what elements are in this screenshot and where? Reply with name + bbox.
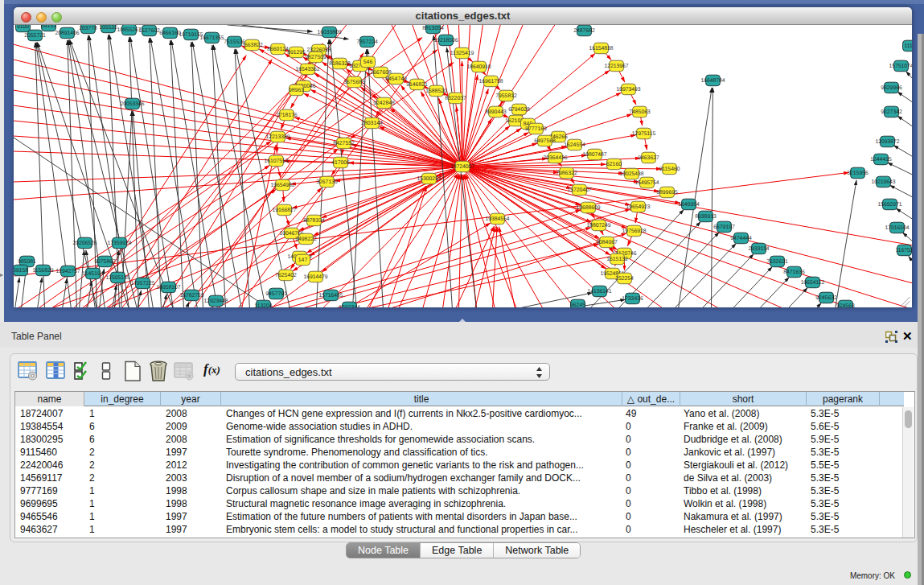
svg-text:113204: 113204 [254, 303, 272, 307]
svg-text:7955812: 7955812 [495, 93, 517, 99]
svg-text:18724007: 18724007 [450, 164, 474, 170]
svg-text:19218506: 19218506 [433, 38, 458, 43]
svg-text:16648784: 16648784 [700, 78, 725, 84]
svg-text:252254: 252254 [615, 276, 634, 282]
svg-text:8878334: 8878334 [303, 218, 325, 224]
svg-text:19756928: 19756928 [622, 229, 646, 234]
svg-text:8471636: 8471636 [783, 270, 805, 275]
svg-text:15300293: 15300293 [417, 176, 441, 182]
svg-text:20206526: 20206526 [72, 241, 97, 246]
svg-text:10210643: 10210643 [871, 179, 895, 185]
svg-text:12093872: 12093872 [875, 139, 899, 145]
svg-text:7632621: 7632621 [766, 259, 788, 265]
svg-text:9227342: 9227342 [881, 109, 902, 115]
svg-text:1244415: 1244415 [870, 157, 892, 163]
svg-text:15720407: 15720407 [567, 187, 591, 193]
svg-text:10855267: 10855267 [117, 27, 141, 33]
svg-text:18640910: 18640910 [466, 64, 491, 70]
svg-text:7485063: 7485063 [629, 109, 651, 115]
svg-text:16914479: 16914479 [303, 274, 327, 280]
svg-text:2487682: 2487682 [573, 28, 595, 34]
svg-text:9329966: 9329966 [881, 85, 902, 91]
svg-text:9463627: 9463627 [638, 155, 659, 161]
svg-text:15751074: 15751074 [889, 64, 912, 69]
svg-text:1112: 1112 [904, 43, 912, 49]
svg-text:17359924: 17359924 [107, 241, 131, 246]
svg-text:1527602: 1527602 [138, 28, 160, 34]
svg-text:147: 147 [298, 257, 308, 263]
svg-text:10654112: 10654112 [801, 280, 825, 286]
svg-text:8660124: 8660124 [267, 47, 289, 52]
svg-text:16671355: 16671355 [199, 35, 224, 41]
svg-text:985081: 985081 [18, 259, 36, 265]
svg-text:9474444: 9474444 [730, 236, 752, 241]
svg-text:1145194: 1145194 [83, 271, 104, 277]
svg-text:20364436: 20364436 [543, 155, 567, 161]
svg-text:9827509: 9827509 [305, 55, 326, 60]
svg-text:6899695: 6899695 [656, 190, 678, 196]
svg-text:9975867: 9975867 [94, 259, 116, 265]
svg-text:9242848: 9242848 [373, 101, 395, 106]
svg-text:20891406: 20891406 [55, 31, 79, 36]
svg-text:7986322: 7986322 [556, 171, 577, 176]
svg-text:924563: 924563 [836, 303, 855, 307]
svg-text:7625402: 7625402 [275, 273, 297, 278]
svg-text:10958107: 10958107 [156, 285, 180, 290]
svg-text:2718176: 2718176 [276, 113, 298, 118]
svg-text:1640954: 1640954 [678, 202, 700, 208]
svg-text:9457791: 9457791 [265, 291, 287, 297]
svg-text:9146821: 9146821 [406, 82, 428, 88]
svg-text:15716485: 15716485 [318, 293, 343, 299]
svg-text:16154838: 16154838 [589, 46, 613, 51]
svg-text:2055721: 2055721 [24, 33, 46, 39]
svg-text:10688609: 10688609 [576, 205, 600, 211]
svg-text:17016504: 17016504 [885, 225, 909, 231]
svg-text:9498222: 9498222 [295, 237, 317, 242]
svg-text:546: 546 [363, 60, 373, 65]
svg-text:19166827: 19166827 [272, 208, 296, 213]
svg-text:12975115: 12975115 [632, 131, 656, 137]
svg-text:2667608: 2667608 [370, 70, 392, 76]
svg-text:8990443: 8990443 [485, 109, 507, 115]
svg-text:891295: 891295 [287, 50, 306, 56]
svg-text:20053346: 20053346 [120, 101, 144, 107]
svg-text:15495754: 15495754 [634, 180, 659, 186]
svg-text:12213389: 12213389 [265, 134, 290, 140]
svg-text:39158: 39158 [14, 268, 28, 274]
svg-text:12923448: 12923448 [203, 299, 228, 304]
svg-text:8427552: 8427552 [333, 141, 355, 146]
svg-text:19654982: 19654982 [270, 183, 294, 188]
svg-text:19384554: 19384554 [485, 216, 509, 222]
svg-text:6497568: 6497568 [534, 138, 556, 144]
svg-text:16033809: 16033809 [317, 30, 341, 35]
svg-text:2803144: 2803144 [361, 121, 383, 126]
svg-text:1615132: 1615132 [606, 257, 628, 262]
svg-text:16543362: 16543362 [295, 67, 319, 72]
svg-text:3267130: 3267130 [316, 179, 338, 185]
svg-text:18807249: 18807249 [586, 223, 610, 229]
svg-text:8186328: 8186328 [329, 61, 351, 67]
svg-text:19654923: 19654923 [626, 204, 650, 210]
svg-text:203778: 203778 [79, 26, 97, 31]
svg-text:12942757: 12942757 [55, 269, 80, 274]
svg-text:62160: 62160 [606, 162, 622, 167]
svg-text:16107554: 16107554 [264, 159, 288, 164]
svg-text:8322037: 8322037 [445, 96, 466, 101]
svg-text:6679197: 6679197 [713, 225, 735, 230]
svg-text:7357224: 7357224 [356, 39, 378, 45]
svg-text:3215956: 3215956 [847, 171, 869, 176]
svg-text:16782759: 16782759 [179, 293, 203, 299]
svg-text:9245632: 9245632 [815, 295, 837, 301]
svg-text:8454749: 8454749 [385, 76, 407, 82]
svg-text:96245: 96245 [570, 303, 585, 307]
svg-text:3675685: 3675685 [343, 80, 365, 85]
svg-text:98961: 98961 [289, 88, 304, 93]
svg-text:39151: 39151 [41, 25, 56, 29]
svg-text:6794028: 6794028 [508, 107, 530, 113]
svg-text:9100: 9100 [17, 25, 29, 30]
svg-text:1292344: 1292344 [339, 305, 360, 307]
svg-text:17957225: 17957225 [130, 281, 154, 286]
svg-text:105532: 105532 [99, 25, 117, 31]
svg-text:1733426: 1733426 [622, 296, 643, 302]
svg-text:1588520: 1588520 [425, 89, 447, 94]
